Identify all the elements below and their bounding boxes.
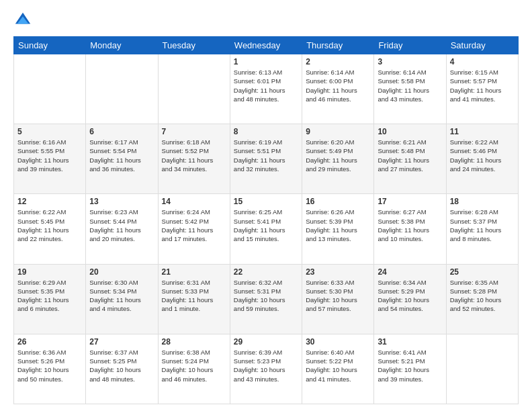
calendar-empty-cell: [86, 54, 158, 124]
day-info: Sunrise: 6:17 AM Sunset: 5:54 PM Dayligh…: [89, 138, 154, 173]
calendar-day-23: 23Sunrise: 6:33 AM Sunset: 5:30 PM Dayli…: [302, 264, 374, 334]
day-info: Sunrise: 6:34 AM Sunset: 5:29 PM Dayligh…: [378, 278, 442, 314]
day-number: 9: [306, 127, 370, 136]
calendar-day-4: 4Sunrise: 6:15 AM Sunset: 5:57 PM Daylig…: [446, 54, 518, 124]
day-number: 20: [89, 267, 154, 277]
calendar-day-24: 24Sunrise: 6:34 AM Sunset: 5:29 PM Dayli…: [374, 264, 446, 334]
day-number: 25: [450, 267, 515, 277]
day-number: 30: [306, 337, 370, 347]
calendar-day-2: 2Sunrise: 6:14 AM Sunset: 6:00 PM Daylig…: [302, 54, 374, 124]
day-info: Sunrise: 6:30 AM Sunset: 5:34 PM Dayligh…: [89, 278, 154, 314]
day-info: Sunrise: 6:14 AM Sunset: 5:58 PM Dayligh…: [378, 68, 442, 103]
calendar-day-18: 18Sunrise: 6:28 AM Sunset: 5:37 PM Dayli…: [446, 194, 518, 264]
day-number: 23: [306, 267, 370, 277]
calendar-day-9: 9Sunrise: 6:20 AM Sunset: 5:49 PM Daylig…: [302, 124, 374, 194]
weekday-header-wednesday: Wednesday: [230, 37, 302, 54]
day-number: 2: [306, 57, 370, 66]
day-info: Sunrise: 6:23 AM Sunset: 5:44 PM Dayligh…: [89, 208, 154, 243]
day-number: 27: [89, 337, 154, 347]
day-info: Sunrise: 6:16 AM Sunset: 5:55 PM Dayligh…: [17, 138, 82, 173]
calendar-day-29: 29Sunrise: 6:39 AM Sunset: 5:23 PM Dayli…: [230, 334, 302, 404]
calendar-day-22: 22Sunrise: 6:32 AM Sunset: 5:31 PM Dayli…: [230, 264, 302, 334]
page: SundayMondayTuesdayWednesdayThursdayFrid…: [0, 0, 532, 411]
calendar-week-0: 1Sunrise: 6:13 AM Sunset: 6:01 PM Daylig…: [14, 54, 519, 124]
calendar-empty-cell: [158, 54, 230, 124]
calendar-day-10: 10Sunrise: 6:21 AM Sunset: 5:48 PM Dayli…: [374, 124, 446, 194]
day-info: Sunrise: 6:19 AM Sunset: 5:51 PM Dayligh…: [234, 138, 298, 173]
weekday-header-saturday: Saturday: [446, 37, 518, 54]
day-number: 4: [450, 57, 515, 66]
calendar-day-11: 11Sunrise: 6:22 AM Sunset: 5:46 PM Dayli…: [446, 124, 518, 194]
day-info: Sunrise: 6:28 AM Sunset: 5:37 PM Dayligh…: [450, 208, 515, 243]
calendar-week-4: 26Sunrise: 6:36 AM Sunset: 5:26 PM Dayli…: [14, 334, 519, 404]
day-number: 8: [234, 127, 298, 136]
calendar-week-1: 5Sunrise: 6:16 AM Sunset: 5:55 PM Daylig…: [14, 124, 519, 194]
day-number: 18: [450, 197, 515, 206]
calendar-day-21: 21Sunrise: 6:31 AM Sunset: 5:33 PM Dayli…: [158, 264, 230, 334]
calendar-day-1: 1Sunrise: 6:13 AM Sunset: 6:01 PM Daylig…: [230, 54, 302, 124]
calendar-day-15: 15Sunrise: 6:25 AM Sunset: 5:41 PM Dayli…: [230, 194, 302, 264]
day-number: 13: [89, 197, 154, 206]
calendar-day-17: 17Sunrise: 6:27 AM Sunset: 5:38 PM Dayli…: [374, 194, 446, 264]
calendar-day-25: 25Sunrise: 6:35 AM Sunset: 5:28 PM Dayli…: [446, 264, 518, 334]
day-number: 28: [162, 337, 226, 347]
calendar-day-30: 30Sunrise: 6:40 AM Sunset: 5:22 PM Dayli…: [302, 334, 374, 404]
day-info: Sunrise: 6:27 AM Sunset: 5:38 PM Dayligh…: [378, 208, 442, 243]
logo: [13, 11, 35, 30]
day-number: 19: [17, 267, 82, 277]
calendar-day-28: 28Sunrise: 6:38 AM Sunset: 5:24 PM Dayli…: [158, 334, 230, 404]
day-number: 5: [17, 127, 82, 136]
day-info: Sunrise: 6:21 AM Sunset: 5:48 PM Dayligh…: [378, 138, 442, 173]
calendar-day-13: 13Sunrise: 6:23 AM Sunset: 5:44 PM Dayli…: [86, 194, 158, 264]
day-number: 15: [234, 197, 298, 206]
day-info: Sunrise: 6:37 AM Sunset: 5:25 PM Dayligh…: [89, 348, 154, 383]
day-number: 16: [306, 197, 370, 206]
day-info: Sunrise: 6:24 AM Sunset: 5:42 PM Dayligh…: [162, 208, 226, 243]
calendar-empty-cell: [14, 54, 86, 124]
day-number: 7: [162, 127, 226, 136]
day-info: Sunrise: 6:38 AM Sunset: 5:24 PM Dayligh…: [162, 348, 226, 383]
day-number: 21: [162, 267, 226, 277]
day-number: 14: [162, 197, 226, 206]
day-info: Sunrise: 6:20 AM Sunset: 5:49 PM Dayligh…: [306, 138, 370, 173]
day-info: Sunrise: 6:26 AM Sunset: 5:39 PM Dayligh…: [306, 208, 370, 243]
weekday-header-thursday: Thursday: [302, 37, 374, 54]
day-number: 24: [378, 267, 442, 277]
day-info: Sunrise: 6:33 AM Sunset: 5:30 PM Dayligh…: [306, 278, 370, 314]
weekday-header-sunday: Sunday: [14, 37, 86, 54]
day-info: Sunrise: 6:14 AM Sunset: 6:00 PM Dayligh…: [306, 68, 370, 103]
day-number: 1: [234, 57, 298, 66]
day-number: 12: [17, 197, 82, 206]
day-info: Sunrise: 6:36 AM Sunset: 5:26 PM Dayligh…: [17, 348, 82, 383]
weekday-header-tuesday: Tuesday: [158, 37, 230, 54]
calendar-day-19: 19Sunrise: 6:29 AM Sunset: 5:35 PM Dayli…: [14, 264, 86, 334]
calendar-day-27: 27Sunrise: 6:37 AM Sunset: 5:25 PM Dayli…: [86, 334, 158, 404]
day-info: Sunrise: 6:32 AM Sunset: 5:31 PM Dayligh…: [234, 278, 298, 314]
day-info: Sunrise: 6:18 AM Sunset: 5:52 PM Dayligh…: [162, 138, 226, 173]
header: [13, 11, 519, 30]
weekday-header-row: SundayMondayTuesdayWednesdayThursdayFrid…: [14, 37, 519, 54]
calendar-day-20: 20Sunrise: 6:30 AM Sunset: 5:34 PM Dayli…: [86, 264, 158, 334]
weekday-header-monday: Monday: [86, 37, 158, 54]
day-info: Sunrise: 6:22 AM Sunset: 5:46 PM Dayligh…: [450, 138, 515, 173]
day-info: Sunrise: 6:39 AM Sunset: 5:23 PM Dayligh…: [234, 348, 298, 383]
calendar-day-6: 6Sunrise: 6:17 AM Sunset: 5:54 PM Daylig…: [86, 124, 158, 194]
calendar-day-26: 26Sunrise: 6:36 AM Sunset: 5:26 PM Dayli…: [14, 334, 86, 404]
day-number: 17: [378, 197, 442, 206]
day-number: 10: [378, 127, 442, 136]
day-number: 6: [89, 127, 154, 136]
calendar-table: SundayMondayTuesdayWednesdayThursdayFrid…: [13, 36, 519, 404]
calendar-day-14: 14Sunrise: 6:24 AM Sunset: 5:42 PM Dayli…: [158, 194, 230, 264]
day-info: Sunrise: 6:15 AM Sunset: 5:57 PM Dayligh…: [450, 68, 515, 103]
day-info: Sunrise: 6:41 AM Sunset: 5:21 PM Dayligh…: [378, 348, 442, 383]
calendar-day-7: 7Sunrise: 6:18 AM Sunset: 5:52 PM Daylig…: [158, 124, 230, 194]
logo-icon: [13, 11, 32, 30]
day-info: Sunrise: 6:31 AM Sunset: 5:33 PM Dayligh…: [162, 278, 226, 314]
day-info: Sunrise: 6:29 AM Sunset: 5:35 PM Dayligh…: [17, 278, 82, 314]
calendar-day-8: 8Sunrise: 6:19 AM Sunset: 5:51 PM Daylig…: [230, 124, 302, 194]
day-number: 26: [17, 337, 82, 347]
calendar-day-16: 16Sunrise: 6:26 AM Sunset: 5:39 PM Dayli…: [302, 194, 374, 264]
day-number: 22: [234, 267, 298, 277]
day-info: Sunrise: 6:22 AM Sunset: 5:45 PM Dayligh…: [17, 208, 82, 243]
day-info: Sunrise: 6:13 AM Sunset: 6:01 PM Dayligh…: [234, 68, 298, 103]
